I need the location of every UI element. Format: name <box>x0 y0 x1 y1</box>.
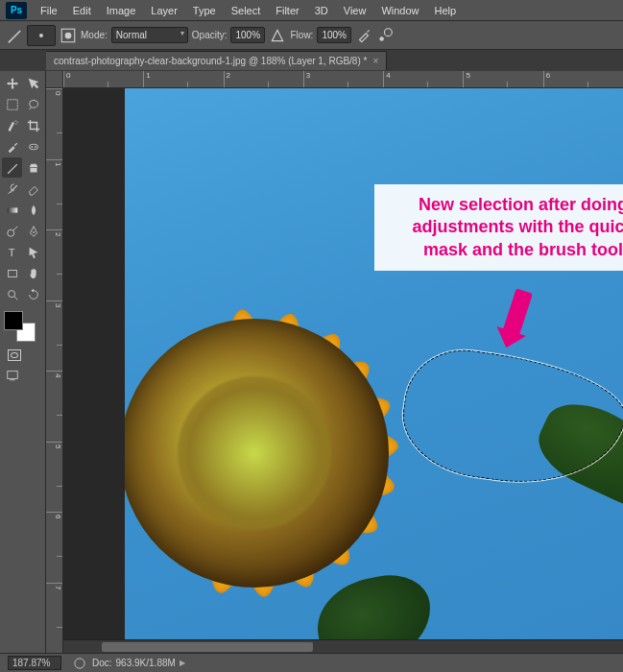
brush-tool[interactable] <box>2 157 22 178</box>
annotation-text: New selection after doing adjustments wi… <box>388 194 623 261</box>
history-brush-tool[interactable] <box>2 179 22 199</box>
mode-label: Mode: <box>81 30 108 40</box>
dodge-tool[interactable] <box>2 221 22 241</box>
crop-tool[interactable] <box>23 115 43 135</box>
close-tab-icon[interactable]: × <box>372 56 378 66</box>
menu-bar: Ps File Edit Image Layer Type Select Fil… <box>0 0 623 21</box>
hand-tool[interactable] <box>23 263 43 283</box>
app-logo: Ps <box>6 2 27 19</box>
screen-mode-icon[interactable] <box>2 365 22 385</box>
foreground-color-swatch[interactable] <box>4 311 23 330</box>
document-canvas[interactable]: New selection after doing adjustments wi… <box>125 88 623 672</box>
eraser-tool[interactable] <box>23 179 43 199</box>
workspace: T 0 1 2 3 4 5 6 0 1 2 3 4 5 <box>0 71 623 653</box>
svg-point-5 <box>13 120 17 124</box>
svg-text:T: T <box>8 247 14 258</box>
horizontal-ruler[interactable]: 0 1 2 3 4 5 6 <box>63 71 623 88</box>
spot-healing-tool[interactable] <box>23 136 43 156</box>
brush-panel-icon[interactable] <box>60 27 77 44</box>
vertical-ruler[interactable]: 0 1 2 3 4 5 6 7 <box>46 88 63 653</box>
airbrush-icon[interactable] <box>355 27 372 44</box>
ruler-tick: 6 <box>46 512 62 583</box>
svg-point-14 <box>8 290 14 297</box>
ruler-tick: 4 <box>383 71 463 87</box>
marquee-tool[interactable] <box>2 94 22 114</box>
flow-label: Flow: <box>290 30 313 40</box>
menu-view[interactable]: View <box>336 2 374 19</box>
ruler-tick: 2 <box>224 71 303 87</box>
ruler-origin[interactable] <box>46 71 63 88</box>
ruler-tick: 1 <box>46 159 62 230</box>
rectangle-tool[interactable] <box>2 263 22 283</box>
ruler-tick: 3 <box>46 300 62 372</box>
menu-image[interactable]: Image <box>99 2 144 19</box>
opacity-label: Opacity: <box>192 30 228 40</box>
menu-select[interactable]: Select <box>224 2 269 19</box>
ruler-tick: 0 <box>63 71 143 87</box>
svg-point-17 <box>75 658 84 667</box>
document-tab-bar: contrast-photography-clear-background-1.… <box>0 50 623 71</box>
type-tool[interactable]: T <box>2 242 22 262</box>
color-swatches[interactable] <box>4 311 43 342</box>
rotate-view-tool[interactable] <box>23 284 43 304</box>
info-icon <box>71 655 88 672</box>
gradient-tool[interactable] <box>2 200 22 220</box>
brush-preset-picker[interactable]: • 20 <box>27 25 56 46</box>
pen-tool[interactable] <box>23 221 43 241</box>
svg-rect-6 <box>29 144 37 149</box>
svg-point-11 <box>33 231 35 233</box>
quick-selection-tool[interactable] <box>2 115 22 135</box>
svg-rect-15 <box>7 371 17 378</box>
annotation-callout: New selection after doing adjustments wi… <box>374 184 623 271</box>
svg-point-8 <box>34 146 36 148</box>
menu-file[interactable]: File <box>33 2 65 19</box>
info-flyout-icon[interactable]: ▶ <box>180 659 185 667</box>
svg-rect-4 <box>7 99 17 109</box>
brush-tool-icon <box>6 27 23 44</box>
ruler-tick: 5 <box>46 442 62 513</box>
menu-edit[interactable]: Edit <box>65 2 99 19</box>
clone-stamp-tool[interactable] <box>23 157 43 178</box>
menu-window[interactable]: Window <box>373 2 426 19</box>
ruler-tick: 5 <box>463 71 542 87</box>
options-bar: • 20 Mode: Normal Opacity: 100% Flow: 10… <box>0 21 623 50</box>
svg-point-2 <box>380 36 385 41</box>
menu-help[interactable]: Help <box>427 2 465 19</box>
document-tab-title: contrast-photography-clear-background-1.… <box>54 56 367 66</box>
ruler-tick: 3 <box>303 71 383 87</box>
svg-rect-9 <box>7 207 17 212</box>
doc-info-value: 963.9K/1.88M <box>116 658 176 668</box>
menu-layer[interactable]: Layer <box>143 2 185 19</box>
status-bar: 187.87% Doc: 963.9K/1.88M ▶ <box>0 653 623 672</box>
zoom-level-input[interactable]: 187.87% <box>8 656 61 670</box>
menu-filter[interactable]: Filter <box>268 2 306 19</box>
pressure-size-icon[interactable] <box>376 27 394 44</box>
menu-3d[interactable]: 3D <box>307 2 336 19</box>
svg-rect-13 <box>8 270 16 276</box>
doc-info-label: Doc: <box>92 658 112 668</box>
opacity-input[interactable]: 100% <box>230 27 265 43</box>
document-tab[interactable]: contrast-photography-clear-background-1.… <box>46 51 387 70</box>
lasso-tool[interactable] <box>23 94 43 114</box>
scrollbar-thumb[interactable] <box>102 642 313 652</box>
image-flower-center <box>125 319 389 588</box>
menu-type[interactable]: Type <box>185 2 224 19</box>
eyedropper-tool[interactable] <box>2 136 22 156</box>
svg-point-10 <box>7 229 13 236</box>
horizontal-scrollbar[interactable] <box>63 639 623 653</box>
quick-mask-toggle[interactable] <box>4 347 24 364</box>
zoom-tool[interactable] <box>2 284 22 304</box>
blur-tool[interactable] <box>23 200 43 220</box>
ruler-tick: 4 <box>46 371 62 442</box>
mode-select[interactable]: Normal <box>111 27 188 43</box>
move-tool[interactable] <box>2 73 22 93</box>
toolbox: T <box>0 71 46 653</box>
flow-input[interactable]: 100% <box>317 27 351 43</box>
pressure-opacity-icon[interactable] <box>269 27 286 44</box>
artboard-tool[interactable] <box>23 73 43 93</box>
svg-rect-16 <box>10 379 14 380</box>
svg-point-7 <box>31 146 33 148</box>
ruler-tick: 2 <box>46 229 62 300</box>
document-info[interactable]: Doc: 963.9K/1.88M ▶ <box>71 655 185 672</box>
path-selection-tool[interactable] <box>23 242 43 262</box>
